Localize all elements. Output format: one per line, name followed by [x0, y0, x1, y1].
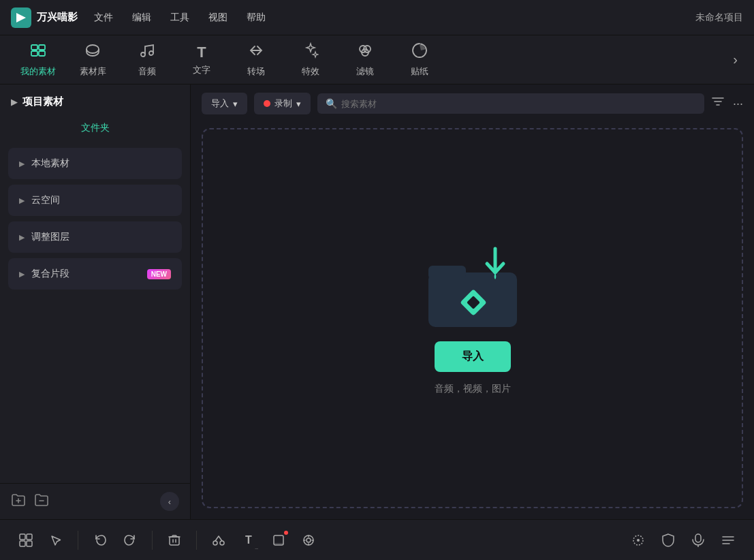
delete-tool[interactable] — [162, 528, 187, 553]
app-name: 万兴喵影 — [37, 11, 78, 24]
sidebar-item-local[interactable]: ▶ 本地素材 — [8, 148, 182, 179]
svg-point-27 — [637, 539, 640, 542]
transition-icon — [248, 42, 264, 63]
more-options-icon[interactable]: ··· — [733, 97, 743, 111]
redo-tool[interactable] — [118, 528, 142, 553]
svg-rect-18 — [20, 541, 25, 546]
menu-view[interactable]: 视图 — [208, 12, 227, 24]
cloud-arrow-icon: ▶ — [19, 196, 25, 205]
svg-point-6 — [87, 45, 99, 53]
svg-rect-13 — [428, 266, 466, 279]
menu-file[interactable]: 文件 — [94, 12, 113, 24]
tab-my-material[interactable]: 我的素材 — [11, 38, 65, 82]
add-folder-icon[interactable] — [11, 493, 26, 511]
tab-transition[interactable]: 转场 — [229, 38, 283, 82]
select-tool[interactable] — [44, 528, 68, 553]
color-tool[interactable] — [296, 528, 321, 553]
crop-tool[interactable] — [266, 528, 291, 553]
effects-icon — [302, 42, 319, 63]
svg-rect-20 — [170, 537, 179, 545]
tab-sticker[interactable]: 贴纸 — [392, 38, 447, 82]
my-material-icon — [30, 42, 46, 63]
tab-filter[interactable]: 滤镜 — [338, 38, 392, 82]
record-button[interactable]: 录制 ▾ — [254, 93, 311, 114]
sidebar: ▶ 项目素材 文件夹 ▶ 本地素材 ▶ 云空间 ▶ 调整图层 ▶ 复合片段 NE… — [0, 84, 191, 519]
search-box: 🔍 — [317, 93, 704, 114]
tab-label-filter: 滤镜 — [356, 65, 374, 78]
svg-rect-19 — [27, 541, 32, 546]
folder-illustration — [422, 242, 524, 330]
svg-rect-4 — [31, 51, 37, 56]
content-toolbar: 导入 ▾ 录制 ▾ 🔍 ··· — [191, 84, 754, 123]
tab-label-audio: 音频 — [138, 65, 156, 78]
search-input[interactable] — [341, 99, 696, 109]
menu-bar: 文件 编辑 工具 视图 帮助 — [94, 12, 695, 24]
svg-rect-5 — [39, 51, 45, 56]
bottom-right-tools — [626, 528, 740, 553]
import-big-label: 导入 — [462, 350, 484, 362]
local-arrow-icon: ▶ — [19, 159, 25, 168]
menu-tools[interactable]: 工具 — [170, 12, 189, 24]
undo-tool[interactable] — [88, 528, 112, 553]
sticker-icon — [411, 42, 428, 63]
text-icon: T — [197, 44, 206, 61]
shield-tool[interactable] — [656, 528, 680, 553]
tab-more-button[interactable]: › — [727, 49, 743, 70]
tab-audio[interactable]: 音频 — [120, 38, 174, 82]
sidebar-item-local-label: 本地素材 — [31, 157, 69, 170]
filter-icon — [357, 42, 373, 63]
sidebar-item-composite[interactable]: ▶ 复合片段 NEW — [8, 258, 182, 290]
menu-help[interactable]: 帮助 — [247, 12, 266, 24]
composite-badge: NEW — [147, 269, 171, 279]
main-content: ▶ 项目素材 文件夹 ▶ 本地素材 ▶ 云空间 ▶ 调整图层 ▶ 复合片段 NE… — [0, 84, 754, 519]
title-bar: 万兴喵影 文件 编辑 工具 视图 帮助 未命名项目 — [0, 0, 754, 35]
material-lib-icon — [84, 42, 101, 63]
sidebar-item-cloud-label: 云空间 — [31, 194, 60, 206]
text-edit-tool[interactable]: T _ — [236, 528, 261, 553]
svg-rect-3 — [39, 45, 45, 50]
record-chevron-icon: ▾ — [296, 99, 301, 109]
record-label: 录制 — [274, 97, 292, 110]
list-tool[interactable] — [716, 528, 740, 553]
import-button[interactable]: 导入 ▾ — [202, 93, 247, 114]
toolbar-divider-3 — [196, 531, 197, 550]
import-chevron-icon: ▾ — [233, 99, 238, 109]
svg-rect-16 — [20, 534, 25, 540]
mic-tool[interactable] — [686, 528, 710, 553]
project-name: 未命名项目 — [695, 12, 743, 24]
tab-label-effects: 特效 — [302, 65, 319, 78]
tab-effects[interactable]: 特效 — [283, 38, 338, 82]
toolbar-divider-1 — [78, 531, 78, 550]
cut-tool[interactable] — [206, 528, 231, 553]
import-big-button[interactable]: 导入 — [435, 341, 511, 372]
sidebar-folder-label: 文件夹 — [0, 116, 190, 145]
tab-label-my-material: 我的素材 — [20, 65, 56, 78]
tab-material-lib[interactable]: 素材库 — [65, 38, 120, 82]
crop-dot-indicator — [284, 531, 288, 535]
tab-text[interactable]: T 文字 — [174, 40, 229, 80]
sidebar-item-adjustment-label: 调整图层 — [31, 231, 69, 243]
sidebar-arrow-icon: ▶ — [11, 97, 17, 107]
svg-rect-2 — [31, 45, 37, 50]
svg-rect-17 — [27, 534, 32, 540]
keyframe-tool[interactable] — [626, 528, 650, 553]
sidebar-footer: ‹ — [0, 483, 190, 519]
svg-point-22 — [220, 541, 224, 545]
filter-sort-icon[interactable] — [711, 95, 725, 112]
tab-label-material-lib: 素材库 — [80, 65, 106, 78]
sidebar-collapse-button[interactable]: ‹ — [160, 492, 179, 511]
bottom-toolbar: T _ — [0, 519, 754, 560]
adjustment-arrow-icon: ▶ — [19, 233, 25, 242]
app-logo: 万兴喵影 — [11, 7, 78, 28]
menu-edit[interactable]: 编辑 — [132, 12, 151, 24]
sidebar-item-cloud[interactable]: ▶ 云空间 — [8, 185, 182, 216]
sidebar-item-adjustment[interactable]: ▶ 调整图层 — [8, 221, 182, 253]
search-icon: 🔍 — [326, 98, 337, 109]
remove-folder-icon[interactable] — [34, 493, 49, 511]
logo-icon — [11, 7, 31, 28]
drop-zone-inner: 导入 音频，视频，图片 — [422, 242, 524, 395]
svg-point-8 — [149, 51, 153, 55]
layout-tool[interactable] — [14, 528, 38, 553]
svg-point-25 — [307, 538, 311, 542]
tab-label-transition: 转场 — [247, 65, 265, 78]
